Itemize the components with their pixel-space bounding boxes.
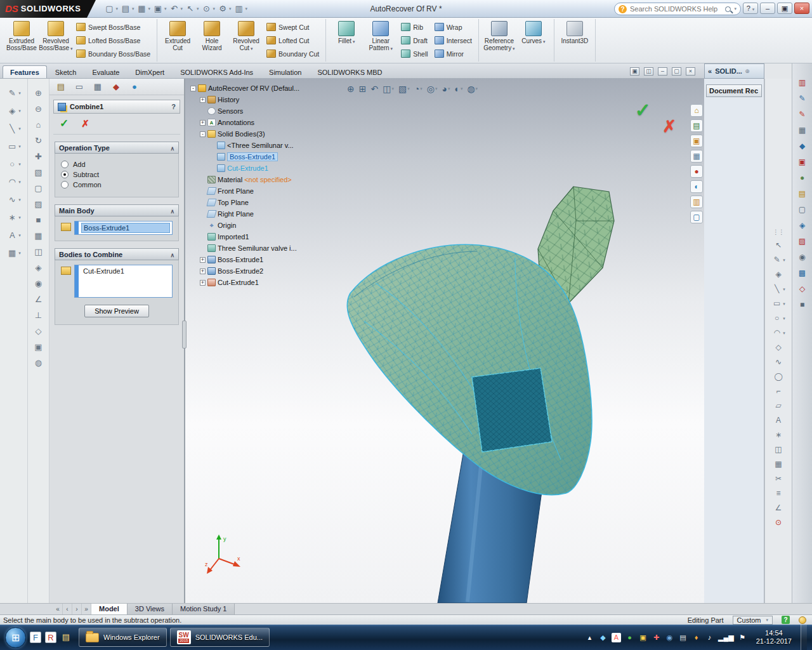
tree-item[interactable]: -Solid Bodies(3) <box>189 128 325 140</box>
tree-item[interactable]: +Boss-Extrude1 <box>189 254 325 265</box>
swept-cut-button[interactable]: Swept Cut <box>266 22 319 32</box>
search-dropdown-icon[interactable]: ▾ <box>734 6 737 11</box>
tab-solidworks-mbd[interactable]: SOLIDWORKS MBD <box>310 65 390 78</box>
standard-views-icon[interactable]: ▧ <box>33 167 44 178</box>
dropdown-arrow-icon[interactable]: ▾ <box>783 258 785 263</box>
bodies-selection-box[interactable]: Cut-Extrude1 <box>74 265 173 298</box>
tree-item[interactable]: +Boss-Extrude2 <box>189 265 325 277</box>
zoom-to-fit-icon[interactable]: ⊕ <box>347 84 355 94</box>
tab-evaluate[interactable]: Evaluate <box>85 65 128 78</box>
operation-type-header[interactable]: Operation Type <box>55 142 179 154</box>
hidden-lines-icon[interactable]: ▨ <box>33 199 44 210</box>
tab-scroll-arrow[interactable]: » <box>82 604 91 614</box>
shaded-icon[interactable]: ■ <box>33 215 44 226</box>
dropdown-arrow-icon[interactable]: ▾ <box>18 109 21 114</box>
dropdown-arrow-icon[interactable]: ▾ <box>783 316 785 321</box>
taskbar-clock[interactable]: 14:54 21-12-2017 <box>751 629 797 646</box>
undo-icon[interactable]: ↶ <box>168 3 180 15</box>
tree-item[interactable]: Imported1 <box>189 231 325 242</box>
tray-app-4-icon[interactable]: ▣ <box>638 633 648 642</box>
featuremanager-tab-icon[interactable]: ▤ <box>56 82 66 92</box>
dropdown-arrow-icon[interactable]: ▾ <box>18 197 21 202</box>
view-orientation-icon[interactable]: ▧ <box>398 84 407 94</box>
record-icon[interactable]: ⊙ <box>773 517 784 528</box>
tree-item[interactable]: Three Semilunar valve i... <box>189 242 325 254</box>
zoom-to-area-icon[interactable]: ⊞ <box>359 84 367 94</box>
draft-button[interactable]: Draft <box>401 35 428 46</box>
tree-item[interactable]: Right Plane <box>189 208 325 220</box>
ok-button[interactable]: ✓ <box>60 117 69 130</box>
line-flyout-icon[interactable]: ╲ <box>6 123 18 135</box>
point-tool-icon[interactable]: ∗ <box>773 430 784 441</box>
home-icon[interactable]: ⌂ <box>690 104 703 117</box>
mesh-valve-body[interactable] <box>347 244 592 494</box>
solidworks-taskbar-button[interactable]: SW2015 SOLIDWORKS Edu... <box>170 628 270 647</box>
section-view-icon[interactable]: ◫ <box>383 84 391 94</box>
rectangle-tool-icon[interactable]: ▭ <box>771 298 782 309</box>
sketch-tool-icon[interactable]: ✎ <box>771 255 782 265</box>
dropdown-arrow-icon[interactable]: ▾ <box>18 126 21 131</box>
minimize-button[interactable]: – <box>760 3 775 14</box>
dropdown-arrow-icon[interactable]: ▾ <box>148 6 150 11</box>
tab-features[interactable]: Features <box>3 65 47 78</box>
fillet-tool-icon[interactable]: ⌐ <box>773 386 784 397</box>
tree-item[interactable]: Material <not specified> <box>189 174 325 185</box>
circle-tool-icon[interactable]: ○ <box>771 313 782 324</box>
tree-item[interactable]: +Annotations <box>189 117 325 128</box>
hide-show-items-icon[interactable]: ◎ <box>427 84 435 94</box>
tree-item[interactable]: <Three Semilunar v... <box>189 140 325 151</box>
options-icon[interactable]: ⚙ <box>217 3 228 15</box>
confirm-ok-icon[interactable]: ✓ <box>635 99 651 121</box>
side-tab-icon-1[interactable]: ▥ <box>797 77 808 88</box>
search-input[interactable] <box>630 5 722 13</box>
display-style-icon[interactable]: ◔ <box>414 84 419 94</box>
dropdown-arrow-icon[interactable]: ▾ <box>783 302 785 307</box>
close-document-icon[interactable]: × <box>686 67 695 76</box>
libraries-folder-icon[interactable]: ▤ <box>60 632 72 643</box>
tree-item[interactable]: Origin <box>189 220 325 231</box>
side-tab-icon-9[interactable]: ▢ <box>797 204 808 215</box>
dropdown-arrow-icon[interactable]: ▾ <box>18 144 21 149</box>
dropdown-arrow-icon[interactable]: ▾ <box>18 251 21 256</box>
tray-app-5-icon[interactable]: ✚ <box>652 633 661 642</box>
bottom-tab-3d-views[interactable]: 3D Views <box>128 604 173 614</box>
volume-icon[interactable]: ♪ <box>705 633 714 642</box>
view-palette-icon[interactable]: ▦ <box>690 150 703 162</box>
tab-scroll-arrow[interactable]: ‹ <box>63 604 72 614</box>
tree-item[interactable]: +Cut-Extrude1 <box>189 277 325 288</box>
shadow-icon[interactable]: ▦ <box>33 230 44 242</box>
rebuild-icon[interactable]: ⊙ <box>201 3 213 15</box>
circle-flyout-icon[interactable]: ○ <box>6 159 18 170</box>
expand-toggle[interactable]: - <box>190 86 196 91</box>
print-icon[interactable]: ▣ <box>152 3 164 15</box>
boundary-cut-button[interactable]: Boundary Cut <box>266 48 319 59</box>
tray-app-7-icon[interactable]: ▤ <box>678 633 688 642</box>
quick-launch-r-icon[interactable]: R <box>45 632 56 643</box>
mirror-tool-icon[interactable]: ◫ <box>773 444 784 455</box>
expand-toggle[interactable]: + <box>200 280 206 286</box>
fillet-button[interactable]: Fillet <box>329 19 363 62</box>
expand-toggle[interactable]: + <box>200 97 206 103</box>
appearance-ball-icon[interactable]: ◍ <box>33 357 44 369</box>
tree-item[interactable]: Cut-Extrude1 <box>189 162 325 174</box>
smart-dimension-icon[interactable]: ◈ <box>773 269 784 280</box>
status-help-icon[interactable]: ? <box>782 616 790 624</box>
intersect-button[interactable]: Intersect <box>435 35 472 46</box>
bodies-to-combine-header[interactable]: Bodies to Combine <box>55 248 179 260</box>
side-tab-icon-11[interactable]: ▨ <box>797 236 808 247</box>
side-tab-icon-7[interactable]: ● <box>797 173 808 183</box>
line-tool-icon[interactable]: ╲ <box>771 284 782 295</box>
tree-item[interactable]: Top Plane <box>189 197 325 208</box>
toolbar-grip[interactable] <box>773 229 784 236</box>
apply-scene-icon[interactable]: ◐ <box>454 84 459 94</box>
save-icon[interactable]: ▦ <box>136 3 147 15</box>
swept-boss-base-button[interactable]: Swept Boss/Base <box>76 22 150 32</box>
perpendicular-icon[interactable]: ⊥ <box>33 310 44 321</box>
side-tab-icon-4[interactable]: ▦ <box>797 125 808 136</box>
polygon-tool-icon[interactable]: ◇ <box>773 342 784 353</box>
revolved-boss-base-button[interactable]: Revolved Boss/Base <box>39 19 73 62</box>
boundary-boss-base-button[interactable]: Boundary Boss/Base <box>76 48 150 59</box>
mirror-button[interactable]: Mirror <box>435 48 472 59</box>
dropdown-arrow-icon[interactable]: ▾ <box>213 6 216 11</box>
lofted-boss-base-button[interactable]: Lofted Boss/Base <box>76 35 150 46</box>
